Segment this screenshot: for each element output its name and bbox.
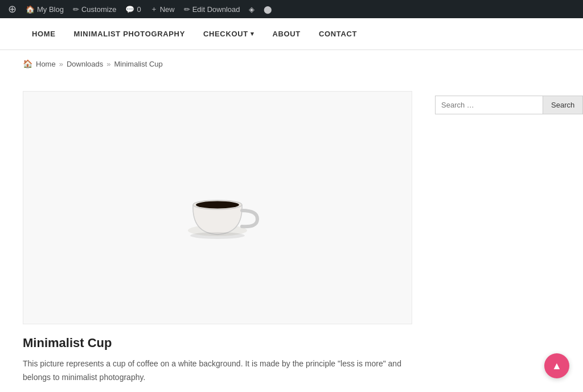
edit-icon: ✏ [184, 5, 190, 14]
my-blog-item[interactable]: 🏠 My Blog [22, 0, 67, 18]
wp-logo-icon: ⊕ [8, 3, 17, 15]
comments-count: 0 [137, 5, 141, 14]
myblog-label: My Blog [37, 5, 64, 14]
plugin-icon: ⬤ [264, 5, 272, 14]
breadcrumb: 🏠 Home » Downloads » Minimalist Cup [23, 59, 560, 68]
coffee-cup-illustration [23, 92, 412, 324]
edit-download-item[interactable]: ✏ Edit Download [180, 0, 244, 18]
comments-icon: 💬 [125, 5, 134, 14]
breadcrumb-sep-1: » [59, 60, 63, 68]
svg-point-4 [190, 232, 245, 239]
new-item[interactable]: ＋ New [147, 0, 178, 18]
breadcrumb-sep-2: » [106, 60, 110, 68]
coffee-cup-svg [169, 159, 266, 256]
scroll-to-top-button[interactable]: ▲ [544, 353, 569, 378]
search-button[interactable]: Search [543, 96, 583, 114]
product-description: This picture represents a cup of coffee … [23, 357, 412, 385]
product-image [23, 91, 412, 324]
product-title: Minimalist Cup [23, 336, 412, 350]
nav-about[interactable]: ABOUT [263, 18, 309, 49]
sidebar: Search [435, 91, 560, 392]
scroll-top-icon: ▲ [552, 360, 562, 372]
admin-bar: ⊕ 🏠 My Blog ✏ Customize 💬 0 ＋ New ✏ Edit… [0, 0, 583, 18]
customize-icon: ✏ [73, 5, 79, 14]
woo-item[interactable]: ◈ [245, 0, 258, 18]
nav-home[interactable]: HOME [23, 18, 65, 49]
customize-label: Customize [81, 5, 116, 14]
nav-minimalist-photography[interactable]: MINIMALIST PHOTOGRAPHY [65, 18, 194, 49]
customize-item[interactable]: ✏ Customize [69, 0, 120, 18]
content-area: Minimalist Cup This picture represents a… [23, 91, 412, 392]
breadcrumb-downloads-link[interactable]: Downloads [67, 60, 103, 68]
new-label: New [160, 5, 175, 14]
search-form: Search [435, 96, 560, 114]
svg-point-3 [196, 201, 239, 209]
woo-icon: ◈ [249, 5, 254, 14]
nav-bar: HOME MINIMALIST PHOTOGRAPHY CHECKOUT ABO… [0, 18, 583, 50]
nav-contact[interactable]: CONTACT [310, 18, 366, 49]
breadcrumb-home-link[interactable]: Home [36, 60, 56, 68]
breadcrumb-home-icon: 🏠 [23, 59, 32, 68]
wp-logo-item[interactable]: ⊕ [5, 0, 20, 18]
search-input[interactable] [435, 96, 543, 114]
search-widget: Search [435, 96, 560, 114]
edit-download-label: Edit Download [192, 5, 240, 14]
comments-item[interactable]: 💬 0 [122, 0, 144, 18]
myblog-icon: 🏠 [26, 5, 35, 14]
new-icon: ＋ [150, 4, 158, 14]
page-wrapper: Minimalist Cup This picture represents a… [0, 80, 583, 392]
nav-checkout[interactable]: CHECKOUT [194, 18, 264, 49]
breadcrumb-current: Minimalist Cup [114, 60, 162, 68]
plugin-item[interactable]: ⬤ [260, 0, 276, 18]
